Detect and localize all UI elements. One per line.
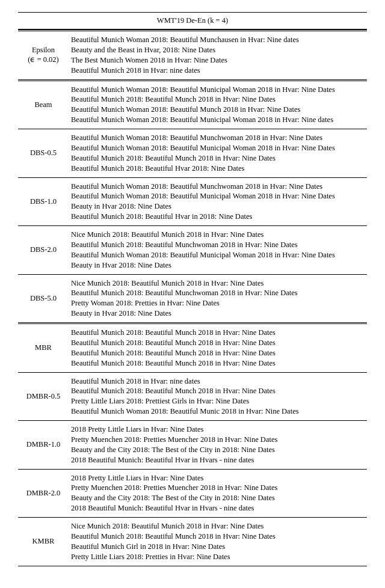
output-line: Beautiful Munich Woman 2018: Beautiful M… [71,35,365,45]
method-label: MBR [18,323,69,372]
output-line: Beautiful Munich 2018: Beautiful Munch 2… [71,94,365,105]
output-line: Beautiful Munich 2018: Beautiful Munch 2… [71,531,365,542]
output-line: Pretty Little Liars 2018: Pretties in Hv… [71,552,365,562]
table-title: WMT'19 De-En (k = 4) [18,13,367,29]
method-label: DBS-2.0 [18,226,69,274]
output-line: Beauty and the Beast in Hvar, 2018: Nine… [71,45,365,55]
output-line: Beautiful Munich 2018: Beautiful Hvar in… [71,212,365,222]
method-label-main: DBS-0.5 [22,149,65,158]
output-line: Beauty and the City 2018: The Best of th… [71,493,365,503]
method-label-main: DBS-2.0 [22,245,65,254]
table-row: BeamBeautiful Munich Woman 2018: Beautif… [18,80,367,129]
method-label-main: DMBR-2.0 [22,489,65,498]
method-label: DBS-0.5 [18,129,69,177]
method-label-main: DBS-5.0 [22,294,65,303]
table-row: MBRBeautiful Munich 2018: Beautiful Munc… [18,323,367,372]
separator-single [18,566,367,566]
output-line: 2018 Beautiful Munich: Beautiful Hvar in… [71,455,365,465]
output-line: Beautiful Munich 2018: Beautiful Munchwo… [71,288,365,298]
method-label-main: DMBR-1.0 [22,440,65,449]
table-row: DBS-0.5Beautiful Munich Woman 2018: Beau… [18,129,367,177]
output-line: Beautiful Munich 2018 in Hvar: nine date… [71,376,365,387]
method-label: DMBR-0.5 [18,372,69,420]
output-cell: Nice Munich 2018: Beautiful Munich 2018 … [69,518,367,566]
table-body: Epsilon(ϵ = 0.02)Beautiful Munich Woman … [18,31,367,566]
output-line: 2018 Pretty Little Liars in Hvar: Nine D… [71,473,365,483]
table-row: DBS-1.0Beautiful Munich Woman 2018: Beau… [18,177,367,225]
output-line: Beautiful Munich 2018: Beautiful Munch 2… [71,153,365,164]
output-line: Beautiful Munich Girl in 2018 in Hvar: N… [71,542,365,552]
output-line: The Best Munich Women 2018 in Hvar: Nine… [71,55,365,66]
output-line: 2018 Beautiful Munich: Beautiful Hvar in… [71,503,365,513]
output-line: Beauty in Hvar 2018: Nine Dates [71,308,365,319]
output-line: Beautiful Munich Woman 2018: Beautiful M… [71,105,365,115]
table-row: KMBRNice Munich 2018: Beautiful Munich 2… [18,518,367,566]
method-label: KMBR [18,518,69,566]
output-line: Beautiful Munich 2018: Beautiful Hvar 20… [71,164,365,174]
output-line: Beautiful Munich 2018: Beautiful Munch 2… [71,358,365,369]
method-label-main: DMBR-0.5 [22,392,65,401]
output-line: 2018 Pretty Little Liars in Hvar: Nine D… [71,424,365,435]
method-label: DMBR-1.0 [18,421,69,469]
output-line: Beautiful Munich Woman 2018: Beautiful M… [71,143,365,153]
output-cell: Beautiful Munich Woman 2018: Beautiful M… [69,177,367,225]
method-label-main: Epsilon [22,46,65,55]
output-cell: Beautiful Munich Woman 2018: Beautiful M… [69,31,367,79]
table-row: DBS-2.0Nice Munich 2018: Beautiful Munic… [18,226,367,274]
output-line: Beautiful Munich Woman 2018: Beautiful M… [71,182,365,192]
output-line: Beautiful Munich Woman 2018: Beautiful M… [71,191,365,201]
output-line: Beautiful Munich 2018: Beautiful Munch 2… [71,328,365,338]
table-row: DMBR-2.02018 Pretty Little Liars in Hvar… [18,469,367,517]
output-line: Beautiful Munich 2018: Beautiful Munch 2… [71,348,365,358]
output-line: Beauty in Hvar 2018: Nine Dates [71,201,365,212]
table-header-row: WMT'19 De-En (k = 4) [18,13,367,29]
output-line: Beautiful Munich 2018: Beautiful Munchwo… [71,240,365,250]
output-line: Beautiful Munich Woman 2018: Beautiful M… [71,115,365,125]
table-row: DBS-5.0Nice Munich 2018: Beautiful Munic… [18,274,367,322]
method-label-main: MBR [22,343,65,352]
output-line: Pretty Muenchen 2018: Pretties Muencher … [71,435,365,445]
output-cell: Beautiful Munich Woman 2018: Beautiful M… [69,80,367,129]
table-row: DMBR-0.5Beautiful Munich 2018 in Hvar: n… [18,372,367,420]
method-label: DMBR-2.0 [18,469,69,517]
results-table: WMT'19 De-En (k = 4) Epsilon(ϵ = 0.02)Be… [18,12,367,566]
table-row: DMBR-1.02018 Pretty Little Liars in Hvar… [18,421,367,469]
method-label-main: KMBR [22,537,65,546]
output-cell: 2018 Pretty Little Liars in Hvar: Nine D… [69,469,367,517]
output-line: Beautiful Munich Woman 2018: Beautiful M… [71,250,365,260]
output-cell: Nice Munich 2018: Beautiful Munich 2018 … [69,274,367,322]
method-label-sub: (ϵ = 0.02) [22,55,65,64]
output-line: Beautiful Munich 2018: Beautiful Munch 2… [71,338,365,348]
output-line: Beauty and the City 2018: The Best of th… [71,445,365,455]
method-label: Epsilon(ϵ = 0.02) [18,31,69,79]
output-cell: Beautiful Munich 2018: Beautiful Munch 2… [69,323,367,372]
output-line: Beautiful Munich Woman 2018: Beautiful M… [71,85,365,95]
output-line: Nice Munich 2018: Beautiful Munich 2018 … [71,521,365,531]
method-label: DBS-1.0 [18,177,69,225]
output-line: Nice Munich 2018: Beautiful Munich 2018 … [71,230,365,240]
method-label: Beam [18,80,69,129]
method-label: DBS-5.0 [18,274,69,322]
output-line: Beautiful Munich Woman 2018: Beautiful M… [71,406,365,417]
output-cell: 2018 Pretty Little Liars in Hvar: Nine D… [69,421,367,469]
output-line: Beautiful Munich 2018 in Hvar: nine date… [71,66,365,76]
output-cell: Beautiful Munich Woman 2018: Beautiful M… [69,129,367,177]
output-line: Pretty Little Liars 2018: Prettiest Girl… [71,396,365,406]
output-line: Pretty Muenchen 2018: Pretties Muencher … [71,483,365,493]
output-line: Pretty Woman 2018: Pretties in Hvar: Nin… [71,298,365,308]
output-line: Beautiful Munich Woman 2018: Beautiful M… [71,133,365,143]
output-cell: Beautiful Munich 2018 in Hvar: nine date… [69,372,367,420]
method-label-main: Beam [22,100,65,109]
table-row: Epsilon(ϵ = 0.02)Beautiful Munich Woman … [18,31,367,79]
method-label-main: DBS-1.0 [22,197,65,206]
output-line: Nice Munich 2018: Beautiful Munich 2018 … [71,278,365,289]
output-line: Beautiful Munich 2018: Beautiful Munch 2… [71,386,365,396]
output-line: Beauty in Hvar 2018: Nine Dates [71,260,365,271]
output-cell: Nice Munich 2018: Beautiful Munich 2018 … [69,226,367,274]
